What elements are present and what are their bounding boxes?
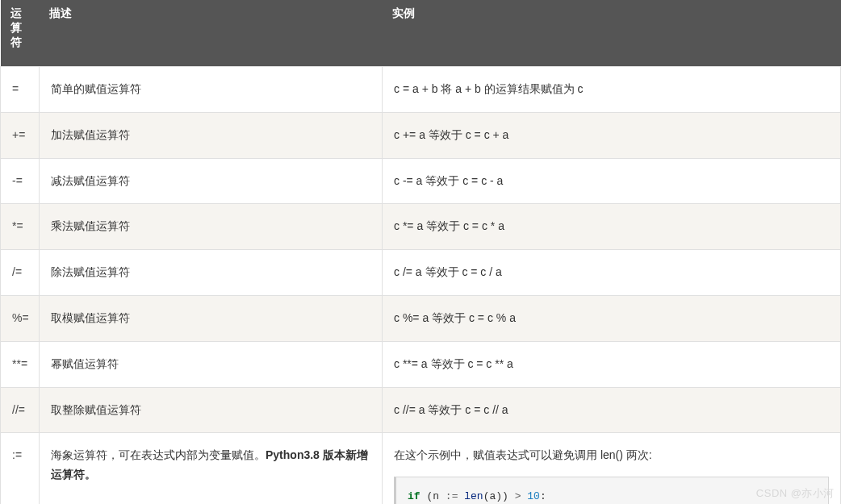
header-example: 实例 — [383, 0, 841, 67]
code-block: if (n := len(a)) > 10: print(f"List is t… — [394, 477, 829, 504]
table-row-walrus: := 海象运算符，可在表达式内部为变量赋值。Python3.8 版本新增运算符。… — [1, 433, 841, 504]
cell-example: c *= a 等效于 c = c * a — [383, 204, 841, 250]
cell-example: c %= a 等效于 c = c % a — [383, 295, 841, 341]
walrus-example-intro: 在这个示例中，赋值表达式可以避免调用 len() 两次: — [394, 446, 829, 465]
cell-operator: **= — [1, 341, 40, 387]
table-row: //= 取整除赋值运算符 c //= a 等效于 c = c // a — [1, 387, 841, 433]
cell-description: 加法赋值运算符 — [40, 112, 383, 158]
cell-example: c -= a 等效于 c = c - a — [383, 158, 841, 204]
code-op-walrus: := — [446, 490, 458, 502]
table-row: **= 幂赋值运算符 c **= a 等效于 c = c ** a — [1, 341, 841, 387]
cell-operator: //= — [1, 387, 40, 433]
table-row: += 加法赋值运算符 c += a 等效于 c = c + a — [1, 112, 841, 158]
cell-description: 乘法赋值运算符 — [40, 204, 383, 250]
cell-example: c **= a 等效于 c = c ** a — [383, 341, 841, 387]
cell-operator: := — [1, 433, 40, 504]
cell-operator: -= — [1, 158, 40, 204]
code-call-len: len — [458, 490, 483, 502]
cell-description: 简单的赋值运算符 — [40, 67, 383, 113]
table-row: %= 取模赋值运算符 c %= a 等效于 c = c % a — [1, 295, 841, 341]
code-text: (a)) — [483, 490, 515, 502]
cell-example: c = a + b 将 a + b 的运算结果赋值为 c — [383, 67, 841, 113]
walrus-desc-prefix: 海象运算符，可在表达式内部为变量赋值。 — [51, 448, 266, 461]
code-text: : — [540, 490, 546, 502]
cell-operator: *= — [1, 204, 40, 250]
code-num: 10 — [527, 490, 540, 502]
cell-operator: = — [1, 67, 40, 113]
cell-description: 海象运算符，可在表达式内部为变量赋值。Python3.8 版本新增运算符。 — [40, 433, 383, 504]
operators-table: 运算符 描述 实例 = 简单的赋值运算符 c = a + b 将 a + b 的… — [0, 0, 841, 504]
header-description: 描述 — [40, 0, 383, 67]
cell-example: 在这个示例中，赋值表达式可以避免调用 len() 两次: if (n := le… — [383, 433, 841, 504]
cell-description: 幂赋值运算符 — [40, 341, 383, 387]
cell-example: c += a 等效于 c = c + a — [383, 112, 841, 158]
cell-description: 取模赋值运算符 — [40, 295, 383, 341]
table-row: = 简单的赋值运算符 c = a + b 将 a + b 的运算结果赋值为 c — [1, 67, 841, 113]
header-operator: 运算符 — [1, 0, 40, 67]
table-row: -= 减法赋值运算符 c -= a 等效于 c = c - a — [1, 158, 841, 204]
cell-description: 减法赋值运算符 — [40, 158, 383, 204]
code-kw-if: if — [408, 490, 420, 502]
cell-operator: %= — [1, 295, 40, 341]
cell-example: c /= a 等效于 c = c / a — [383, 250, 841, 296]
cell-description: 取整除赋值运算符 — [40, 387, 383, 433]
cell-operator: += — [1, 112, 40, 158]
code-text: (n — [420, 490, 446, 502]
table-row: *= 乘法赋值运算符 c *= a 等效于 c = c * a — [1, 204, 841, 250]
table-header-row: 运算符 描述 实例 — [1, 0, 841, 67]
table-row: /= 除法赋值运算符 c /= a 等效于 c = c / a — [1, 250, 841, 296]
cell-description: 除法赋值运算符 — [40, 250, 383, 296]
cell-example: c //= a 等效于 c = c // a — [383, 387, 841, 433]
cell-operator: /= — [1, 250, 40, 296]
